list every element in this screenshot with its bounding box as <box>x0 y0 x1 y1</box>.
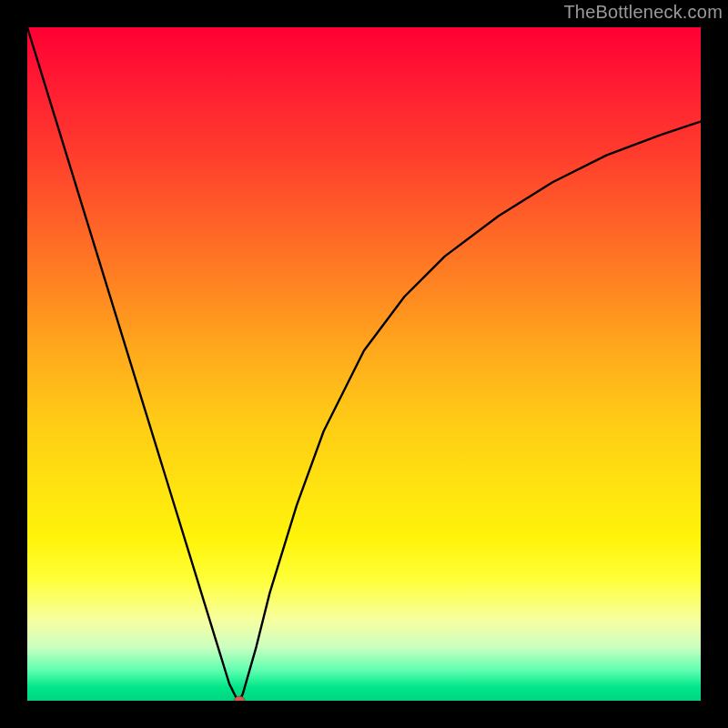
plot-area <box>27 27 701 701</box>
chart-svg <box>27 27 701 701</box>
chart-frame: TheBottleneck.com <box>0 0 728 728</box>
watermark-text: TheBottleneck.com <box>563 2 723 23</box>
bottleneck-curve-line <box>27 27 701 701</box>
